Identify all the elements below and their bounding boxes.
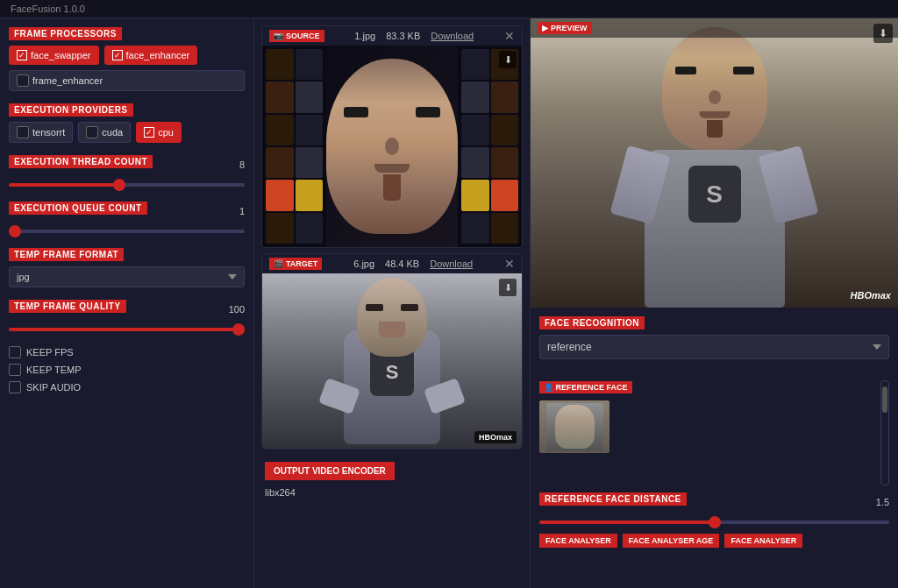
thread-count-label: EXECUTION THREAD COUNT	[9, 155, 153, 168]
check-frame-enhancer	[17, 74, 29, 87]
keep-temp-row[interactable]: KEEP TEMP	[9, 364, 245, 376]
queue-count-label: EXECUTION QUEUE COUNT	[9, 202, 147, 215]
temp-format-label: TEMP FRAME FORMAT	[9, 248, 124, 261]
source-download-icon[interactable]: ⬇	[499, 51, 517, 68]
chip-face-swapper-label: face_swapper	[31, 50, 91, 60]
queue-count-value: 1	[224, 206, 245, 216]
temp-format-section: TEMP FRAME FORMAT jpg png bmp	[9, 248, 245, 287]
reference-face-section: 👤 REFERENCE FACE	[539, 380, 889, 548]
keep-temp-checkbox[interactable]	[9, 364, 21, 376]
source-face-area	[326, 46, 458, 247]
source-close[interactable]: ✕	[504, 30, 515, 42]
check-face-enhancer: ✓	[112, 50, 123, 60]
source-download[interactable]: Download	[431, 31, 474, 41]
temp-quality-value: 100	[224, 304, 245, 315]
target-download[interactable]: Download	[430, 259, 473, 269]
temp-quality-slider[interactable]	[9, 328, 245, 331]
ref-face-thumbnail	[539, 400, 609, 453]
queue-count-section: EXECUTION QUEUE COUNT 1	[9, 202, 245, 236]
source-image-wrapper: ⬇	[262, 46, 522, 247]
bottom-face-labels: FACE ANALYSER FACE ANALYSER AGE FACE ANA…	[539, 534, 889, 548]
check-face-swapper: ✓	[17, 50, 27, 60]
provider-chips: tensorrt cuda ✓ cpu	[9, 122, 245, 143]
thread-count-value: 8	[224, 159, 245, 170]
skip-audio-row[interactable]: SKIP AUDIO	[9, 381, 245, 393]
center-panel: 📷 SOURCE 1.jpg 83.3 KB Download ✕	[254, 18, 530, 588]
face-analyser-label: FACE ANALYSER	[539, 534, 617, 548]
face-panel: FACE RECOGNITION reference many one best…	[531, 308, 898, 588]
face-recognition-select[interactable]: reference many one best	[539, 335, 889, 359]
face-distance-slider[interactable]	[539, 521, 889, 524]
processor-chips: ✓ face_swapper ✓ face_enhancer	[9, 46, 245, 65]
source-filename: 1.jpg	[354, 31, 375, 41]
face-analyser-age-label: FACE ANALYSER AGE	[623, 534, 720, 548]
preview-icon: ▶	[542, 24, 548, 32]
target-image-wrapper: S HBOmax ⬇	[262, 273, 522, 449]
keep-fps-label: KEEP FPS	[26, 347, 74, 358]
temp-format-select[interactable]: jpg png bmp	[9, 266, 245, 287]
face-analyser2-label: FACE ANALYSER	[724, 534, 802, 548]
execution-providers-section: EXECUTION PROVIDERS tensorrt cuda ✓ cpu	[9, 103, 245, 143]
frame-processors-section: FRAME PROCESSORS ✓ face_swapper ✓ face_e…	[9, 27, 245, 91]
target-card: 🎬 TARGET 6.jpg 48.4 KB Download ✕	[261, 253, 523, 450]
output-encoder-label: OUTPUT VIDEO ENCODER	[265, 462, 395, 480]
right-panel: ▶ PREVIEW	[530, 18, 898, 588]
preview-superman-bg: S	[531, 18, 898, 308]
chip-face-enhancer[interactable]: ✓ face_enhancer	[104, 46, 198, 65]
target-download-icon[interactable]: ⬇	[499, 279, 517, 296]
armor-grid	[262, 46, 326, 247]
app-title[interactable]: FaceFusion 1.0.0	[11, 4, 85, 14]
face-distance-label: REFERENCE FACE DISTANCE	[539, 492, 687, 506]
top-bar: FaceFusion 1.0.0	[0, 0, 898, 18]
source-label: 📷 SOURCE	[269, 30, 324, 42]
bottom-checkboxes: KEEP FPS KEEP TEMP SKIP AUDIO	[9, 346, 245, 393]
preview-bar: ▶ PREVIEW	[531, 18, 898, 38]
preview-download-btn[interactable]: ⬇	[873, 24, 893, 43]
target-header: 🎬 TARGET 6.jpg 48.4 KB Download ✕	[262, 254, 522, 273]
skip-audio-checkbox[interactable]	[9, 381, 21, 393]
left-panel: FRAME PROCESSORS ✓ face_swapper ✓ face_e…	[0, 18, 254, 588]
target-filename: 6.jpg	[353, 259, 374, 269]
face-recognition-section: FACE RECOGNITION reference many one best	[539, 316, 889, 368]
ref-face-tag: 👤 REFERENCE FACE	[539, 381, 632, 393]
output-section: OUTPUT VIDEO ENCODER libx264	[261, 455, 523, 505]
temp-quality-label: TEMP FRAME QUALITY	[9, 300, 126, 313]
thread-count-section: EXECUTION THREAD COUNT 8	[9, 155, 245, 189]
keep-temp-label: KEEP TEMP	[26, 365, 82, 375]
source-info: 1.jpg 83.3 KB Download	[354, 31, 474, 41]
skip-audio-label: SKIP AUDIO	[26, 382, 81, 393]
source-header: 📷 SOURCE 1.jpg 83.3 KB Download ✕	[262, 26, 522, 46]
output-encoder-value: libx264	[261, 484, 523, 501]
thread-count-slider[interactable]	[9, 183, 245, 187]
source-filesize: 83.3 KB	[386, 31, 420, 41]
keep-fps-checkbox[interactable]	[9, 346, 21, 358]
chip-face-swapper[interactable]: ✓ face_swapper	[9, 46, 99, 65]
face-distance-row: REFERENCE FACE DISTANCE 1.5	[539, 492, 889, 511]
target-close[interactable]: ✕	[504, 258, 515, 270]
target-info: 6.jpg 48.4 KB Download	[353, 259, 473, 269]
preview-label: ▶ PREVIEW	[538, 22, 592, 34]
check-cuda	[86, 126, 98, 138]
keep-fps-row[interactable]: KEEP FPS	[9, 346, 245, 358]
source-card: 📷 SOURCE 1.jpg 83.3 KB Download ✕	[261, 25, 523, 248]
queue-count-slider[interactable]	[9, 230, 245, 233]
provider-tensorrt[interactable]: tensorrt	[9, 122, 73, 143]
provider-cuda-label: cuda	[102, 127, 123, 138]
provider-cuda[interactable]: cuda	[78, 122, 131, 143]
target-label: 🎬 TARGET	[269, 258, 322, 270]
target-icon: 🎬	[274, 259, 283, 268]
provider-tensorrt-label: tensorrt	[32, 127, 65, 138]
face-recognition-label: FACE RECOGNITION	[539, 316, 645, 329]
preview-hbo-text: HBOmax	[851, 290, 891, 301]
face-panel-scrollbar[interactable]	[880, 380, 889, 485]
chip-frame-enhancer[interactable]: frame_enhancer	[9, 70, 245, 91]
provider-cpu[interactable]: ✓ cpu	[136, 122, 182, 143]
chip-frame-enhancer-label: frame_enhancer	[32, 75, 103, 86]
face-distance-section: REFERENCE FACE DISTANCE 1.5	[539, 492, 889, 527]
provider-cpu-label: cpu	[158, 127, 174, 138]
check-tensorrt	[17, 126, 29, 138]
check-cpu: ✓	[144, 127, 154, 138]
preview-area: ▶ PREVIEW	[531, 18, 898, 308]
ref-face-icon: 👤	[544, 383, 553, 392]
frame-processors-label: FRAME PROCESSORS	[9, 27, 122, 40]
